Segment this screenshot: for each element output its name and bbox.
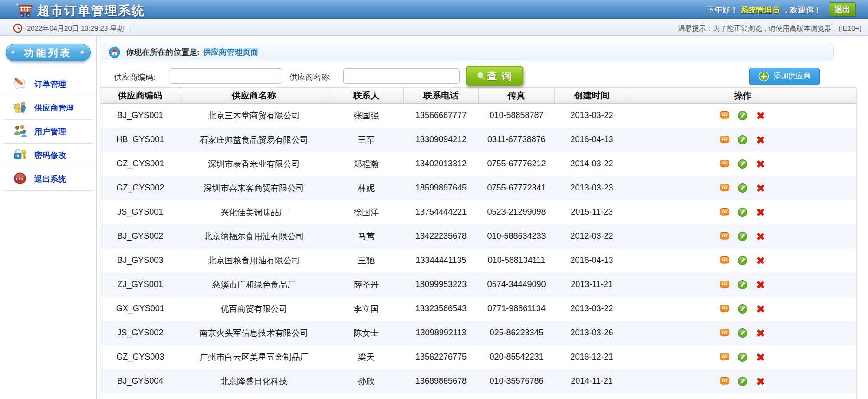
delete-icon[interactable] (756, 376, 766, 386)
cell-phone: 13562276775 (404, 345, 479, 369)
cell-created: 2016-12-21 (555, 345, 629, 369)
cell-fax: 010-58858787 (479, 104, 555, 128)
table-row: BJ_GYS002 北京纳福尔食用油有限公司 马莺 13422235678 01… (101, 224, 857, 249)
table-row: ZJ_GYS001 慈溪市广和绿色食品厂 薛圣丹 18099953223 057… (101, 273, 857, 297)
password-icon (12, 147, 29, 163)
cell-actions (629, 249, 857, 273)
view-icon[interactable] (719, 207, 730, 217)
cell-actions (629, 297, 857, 321)
col-created: 创建时间 (555, 88, 629, 104)
cell-supplier-code: BJ_GYS002 (101, 224, 179, 249)
edit-icon[interactable] (737, 159, 748, 169)
view-icon[interactable] (719, 280, 730, 290)
cell-fax: 0523-21299098 (479, 200, 555, 224)
current-user-link[interactable]: 系统管理员 (740, 6, 780, 14)
table-row: GZ_GYS001 深圳市泰香米业有限公司 郑程瀚 13402013312 07… (101, 152, 857, 176)
col-actions: 操作 (629, 88, 857, 104)
cell-created: 2014-11-21 (555, 369, 629, 393)
cell-phone: 13689865678 (404, 369, 479, 393)
supplier-table-header: 供应商编码 供应商名称 联系人 联系电话 传真 创建时间 操作 (101, 88, 857, 104)
edit-icon[interactable] (737, 111, 748, 121)
cell-contact: 林妮 (329, 176, 404, 200)
edit-icon[interactable] (737, 352, 748, 362)
view-icon[interactable] (719, 111, 730, 121)
cell-supplier-name: 石家庄帅益食品贸易有限公司 (179, 128, 329, 152)
view-icon[interactable] (719, 304, 730, 314)
view-icon[interactable] (719, 255, 730, 266)
cell-created: 2013-03-22 (555, 104, 629, 128)
supplier-name-input[interactable] (343, 68, 460, 84)
users-icon (12, 124, 29, 139)
view-icon[interactable] (719, 231, 730, 242)
sidebar-item-exit-system[interactable]: EXIT 退出系统 (3, 167, 93, 191)
edit-icon[interactable] (737, 231, 748, 242)
view-icon[interactable] (719, 376, 730, 386)
cell-supplier-code: BJ_GYS003 (101, 249, 179, 273)
cell-supplier-code: JS_GYS001 (101, 200, 179, 224)
cell-supplier-name: 北京国粮食用油有限公司 (179, 249, 329, 273)
sidebar-item-order-management[interactable]: 订单管理 (3, 72, 93, 96)
cell-fax (479, 393, 555, 399)
cell-actions (629, 345, 857, 369)
sidebar-item-supplier-management[interactable]: 供应商管理 (3, 96, 93, 120)
cell-actions (629, 176, 857, 200)
edit-icon[interactable] (737, 280, 748, 290)
cell-actions (629, 393, 857, 399)
delete-icon[interactable] (756, 304, 766, 314)
view-icon[interactable] (719, 328, 730, 338)
view-icon[interactable] (719, 159, 730, 169)
edit-icon[interactable] (737, 255, 748, 266)
cell-phone (404, 393, 479, 399)
col-phone: 联系电话 (404, 88, 479, 104)
delete-icon[interactable] (756, 328, 766, 338)
exit-icon: EXIT (12, 171, 29, 187)
query-button[interactable]: 查 询 (466, 66, 523, 86)
cell-contact: 徐国洋 (329, 200, 404, 224)
delete-icon[interactable] (756, 159, 766, 169)
cell-fax: 0755-67776212 (479, 152, 555, 176)
delete-icon[interactable] (756, 280, 766, 290)
cell-supplier-name: 深圳市泰香米业有限公司 (179, 152, 329, 176)
breadcrumb-current-link[interactable]: 供应商管理页面 (203, 47, 258, 58)
table-row: JS_GYS001 兴化佳美调味品厂 徐国洋 13754444221 0523-… (101, 200, 857, 224)
delete-icon[interactable] (756, 183, 766, 193)
greeting-prefix: 下午好！ (707, 6, 738, 14)
view-icon[interactable] (719, 352, 730, 362)
cell-contact: 李立国 (329, 297, 404, 321)
delete-icon[interactable] (756, 111, 766, 121)
col-contact: 联系人 (329, 88, 404, 104)
add-supplier-button[interactable]: 添加供应商 (749, 68, 820, 85)
col-supplier-code: 供应商编码 (101, 88, 179, 104)
delete-icon[interactable] (756, 352, 766, 362)
cell-fax: 0755-67772341 (479, 176, 555, 200)
delete-icon[interactable] (756, 231, 766, 242)
edit-icon[interactable] (737, 376, 748, 386)
sidebar-item-user-management[interactable]: 用户管理 (3, 120, 93, 144)
cell-supplier-name: 兴化佳美调味品厂 (179, 200, 329, 224)
edit-icon[interactable] (737, 328, 748, 338)
view-icon[interactable] (719, 135, 730, 145)
cell-contact: 王军 (329, 128, 404, 152)
edit-icon[interactable] (737, 304, 748, 314)
logout-button[interactable]: 退出 (829, 2, 856, 16)
cell-fax: 0311-67738876 (479, 128, 555, 152)
cell-created: 2016-04-13 (555, 128, 629, 152)
edit-icon[interactable] (737, 135, 748, 145)
delete-icon[interactable] (756, 207, 766, 217)
delete-icon[interactable] (756, 255, 766, 266)
supplier-code-input[interactable] (170, 68, 282, 84)
cell-contact: 马莺 (329, 224, 404, 249)
view-icon[interactable] (719, 183, 730, 193)
table-row: BJ_GYS004 北京隆盛日化科技 孙欣 13689865678 010-35… (101, 369, 857, 393)
delete-icon[interactable] (756, 135, 766, 145)
supplier-table: 供应商编码 供应商名称 联系人 联系电话 传真 创建时间 操作 BJ_GYS00… (101, 87, 857, 399)
app-title: 超市订单管理系统 (37, 2, 145, 19)
edit-icon[interactable] (737, 183, 748, 193)
cell-phone: 13566667777 (404, 104, 479, 128)
cell-supplier-code: GZ_GYS002 (101, 176, 179, 200)
edit-icon[interactable] (737, 207, 748, 217)
cell-fax: 0771-98861134 (479, 297, 555, 321)
sidebar-item-label: 供应商管理 (34, 103, 74, 113)
cell-actions (629, 104, 857, 128)
sidebar-item-change-password[interactable]: 密码修改 (3, 144, 93, 167)
